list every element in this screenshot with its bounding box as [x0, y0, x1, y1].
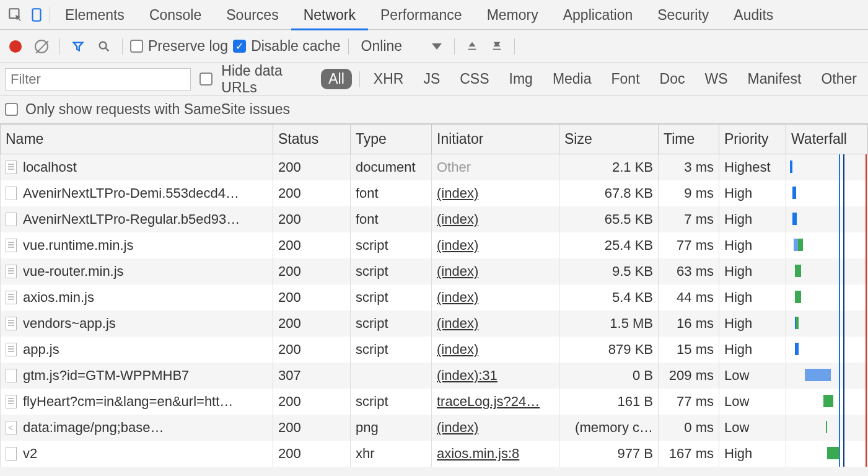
table-row[interactable]: data:image/png;base…200png(index)(memory… — [1, 415, 868, 441]
import-har-button[interactable] — [462, 39, 482, 54]
filter-toggle[interactable] — [68, 36, 89, 57]
clear-button[interactable] — [31, 36, 52, 57]
initiator-link[interactable]: (index) — [437, 315, 478, 331]
hide-data-urls-checkbox[interactable] — [199, 73, 213, 86]
priority-cell: Low — [719, 363, 786, 389]
filter-pill-ws[interactable]: WS — [698, 69, 734, 89]
network-table: NameStatusTypeInitiatorSizeTimePriorityW… — [0, 124, 868, 467]
file-icon — [6, 161, 17, 174]
time-cell: 167 ms — [659, 441, 719, 467]
filter-pill-doc[interactable]: Doc — [654, 69, 691, 89]
export-har-button[interactable] — [487, 39, 507, 54]
tab-memory[interactable]: Memory — [475, 0, 551, 30]
filter-pill-img[interactable]: Img — [503, 69, 539, 89]
time-cell: 9 ms — [659, 180, 719, 206]
clear-icon — [35, 40, 48, 53]
preserve-log-checkbox[interactable] — [130, 40, 143, 53]
filter-pill-other[interactable]: Other — [815, 69, 863, 89]
column-header-time[interactable]: Time — [659, 125, 719, 154]
initiator-link[interactable]: traceLog.js?24… — [437, 394, 540, 409]
separator — [359, 71, 360, 87]
size-cell: 2.1 KB — [559, 154, 659, 181]
size-cell: 67.8 KB — [559, 180, 659, 206]
tab-application[interactable]: Application — [551, 0, 646, 30]
disable-cache-checkbox[interactable]: ✓ — [233, 40, 246, 53]
samesite-label: Only show requests with SameSite issues — [25, 101, 290, 118]
waterfall-cell — [786, 441, 868, 467]
tab-security[interactable]: Security — [645, 0, 721, 30]
waterfall-cell — [786, 284, 868, 311]
status-cell: 200 — [273, 206, 351, 232]
tab-sources[interactable]: Sources — [214, 0, 291, 30]
column-header-type[interactable]: Type — [351, 125, 432, 154]
file-icon — [6, 239, 17, 252]
time-cell: 16 ms — [659, 311, 719, 337]
status-cell: 200 — [273, 258, 351, 284]
inspect-element-icon[interactable] — [5, 4, 26, 25]
device-toolbar-icon[interactable] — [26, 4, 47, 25]
initiator-link[interactable]: (index) — [437, 185, 478, 201]
table-row[interactable]: gtm.js?id=GTM-WPPMHB7307(index):310 B209… — [1, 363, 868, 389]
waterfall-bar — [795, 291, 801, 303]
table-row[interactable]: AvenirNextLTPro-Regular.b5ed93…200font(i… — [1, 206, 868, 232]
size-cell: 977 B — [559, 441, 659, 467]
size-cell: 5.4 KB — [559, 284, 659, 311]
filter-pill-font[interactable]: Font — [605, 69, 646, 89]
tab-network[interactable]: Network — [291, 0, 368, 30]
record-button[interactable] — [5, 36, 26, 57]
filter-pill-css[interactable]: CSS — [454, 69, 495, 89]
initiator-link[interactable]: (index) — [437, 237, 478, 253]
filter-pill-media[interactable]: Media — [546, 69, 598, 89]
column-header-name[interactable]: Name — [1, 125, 273, 154]
file-icon — [6, 187, 17, 200]
type-cell: png — [351, 415, 432, 441]
table-row[interactable]: localhost200documentOther2.1 KB3 msHighe… — [1, 154, 868, 181]
svg-point-2 — [100, 42, 107, 48]
filter-pill-xhr[interactable]: XHR — [367, 69, 410, 89]
table-row[interactable]: vendors~app.js200script(index)1.5 MB16 m… — [1, 311, 868, 337]
column-header-priority[interactable]: Priority — [719, 125, 786, 154]
column-header-initiator[interactable]: Initiator — [432, 125, 559, 154]
initiator-link[interactable]: (index) — [437, 211, 478, 227]
tab-console[interactable]: Console — [137, 0, 214, 30]
separator — [514, 38, 515, 55]
waterfall-cell — [786, 311, 868, 337]
waterfall-cell — [786, 180, 868, 206]
file-icon — [6, 369, 17, 382]
tab-elements[interactable]: Elements — [53, 0, 137, 30]
table-row[interactable]: vue.runtime.min.js200script(index)25.4 K… — [1, 232, 868, 258]
column-header-waterfall[interactable]: Waterfall — [786, 125, 868, 154]
table-row[interactable]: vue-router.min.js200script(index)9.5 KB6… — [1, 258, 868, 284]
table-row[interactable]: v2200xhraxios.min.js:8977 B167 msHigh — [1, 441, 868, 467]
initiator-link[interactable]: (index) — [437, 289, 478, 305]
filter-pill-all[interactable]: All — [321, 69, 352, 89]
priority-cell: High — [719, 258, 786, 284]
tab-audits[interactable]: Audits — [721, 0, 786, 30]
type-cell: script — [351, 337, 432, 363]
waterfall-cell — [786, 337, 868, 363]
table-row[interactable]: app.js200script(index)879 KB15 msHigh — [1, 337, 868, 363]
size-cell: 25.4 KB — [559, 232, 659, 258]
filter-input[interactable] — [5, 68, 191, 90]
initiator-link[interactable]: (index) — [437, 342, 478, 357]
samesite-checkbox[interactable] — [5, 103, 18, 116]
filter-pill-manifest[interactable]: Manifest — [742, 69, 808, 89]
column-header-status[interactable]: Status — [273, 125, 351, 154]
initiator-link[interactable]: (index):31 — [437, 368, 498, 383]
request-name: axios.min.js — [23, 289, 94, 306]
size-cell: 161 B — [559, 389, 659, 415]
table-row[interactable]: axios.min.js200script(index)5.4 KB44 msH… — [1, 284, 868, 311]
initiator-link[interactable]: (index) — [437, 263, 478, 279]
table-row[interactable]: AvenirNextLTPro-Demi.553decd4…200font(in… — [1, 180, 868, 206]
column-header-size[interactable]: Size — [559, 125, 659, 154]
throttling-select[interactable]: Online — [356, 37, 447, 56]
filter-pill-js[interactable]: JS — [417, 69, 446, 89]
tab-performance[interactable]: Performance — [368, 0, 475, 30]
initiator-link[interactable]: (index) — [437, 420, 478, 435]
request-name: AvenirNextLTPro-Regular.b5ed93… — [23, 211, 240, 227]
type-cell: script — [351, 258, 432, 284]
initiator-link[interactable]: axios.min.js:8 — [437, 446, 519, 461]
request-name: gtm.js?id=GTM-WPPMHB7 — [23, 368, 189, 384]
search-button[interactable] — [94, 36, 115, 57]
table-row[interactable]: flyHeart?cm=in&lang=en&url=htt…200script… — [1, 389, 868, 415]
